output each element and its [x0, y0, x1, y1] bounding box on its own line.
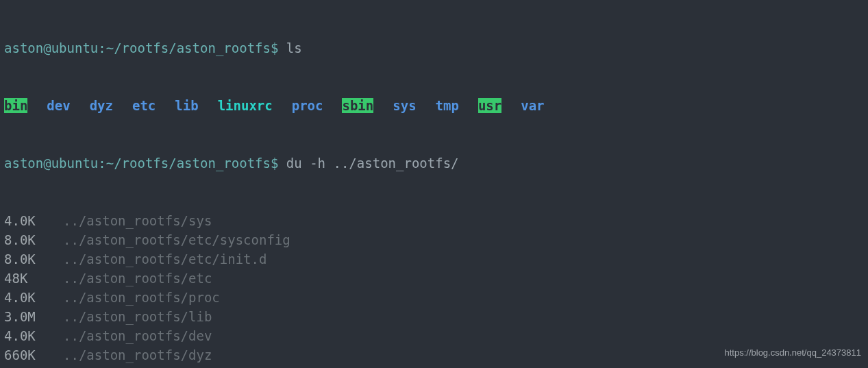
ls-entry-tmp: tmp	[436, 98, 459, 113]
du-size: 660K	[4, 345, 63, 365]
ls-output: bindevdyzetcliblinuxrcprocsbinsystmpusrv…	[4, 96, 864, 115]
du-row: 3.0M../aston_rootfs/lib	[4, 307, 864, 326]
ls-entry-var: var	[521, 98, 544, 113]
prompt-sym: $	[271, 40, 278, 56]
ls-entry-dev: dev	[47, 98, 70, 113]
du-size: 8.0K	[4, 230, 63, 249]
prompt-sym: $	[271, 156, 278, 171]
prompt-user: aston@ubuntu	[4, 40, 98, 56]
ls-entry-lib: lib	[175, 98, 198, 113]
du-size: 8.0K	[4, 249, 63, 269]
prompt-path: ~/rootfs/aston_rootfs	[106, 40, 271, 56]
du-row: 4.0K../aston_rootfs/dev	[4, 326, 864, 345]
du-size: 4.0K	[4, 365, 63, 368]
prompt-line-2: aston@ubuntu:~/rootfs/aston_rootfs$ du -…	[4, 154, 864, 173]
du-path: ../aston_rootfs/etc	[63, 271, 212, 286]
du-row: 4.0K../aston_rootfs/sbin	[4, 365, 864, 368]
prompt-line-1: aston@ubuntu:~/rootfs/aston_rootfs$ ls	[4, 38, 864, 58]
command-du: du -h ../aston_rootfs/	[286, 156, 459, 171]
prompt-sep: :	[98, 156, 106, 171]
command-ls: ls	[286, 40, 302, 56]
ls-entry-linuxrc: linuxrc	[218, 98, 273, 113]
watermark: https://blog.csdn.net/qq_24373811	[725, 343, 862, 363]
prompt-user: aston@ubuntu	[4, 156, 98, 171]
ls-entry-dyz: dyz	[90, 98, 113, 113]
du-size: 48K	[4, 269, 63, 288]
du-row: 8.0K../aston_rootfs/etc/sysconfig	[4, 230, 864, 249]
ls-entry-bin: bin	[4, 98, 27, 113]
prompt-path: ~/rootfs/aston_rootfs	[106, 156, 271, 171]
du-path: ../aston_rootfs/dyz	[63, 347, 212, 363]
du-row: 4.0K../aston_rootfs/sys	[4, 211, 864, 230]
ls-entry-sys: sys	[393, 98, 416, 113]
du-row: 8.0K../aston_rootfs/etc/init.d	[4, 249, 864, 269]
du-size: 4.0K	[4, 211, 63, 230]
du-row: 48K../aston_rootfs/etc	[4, 269, 864, 288]
du-size: 4.0K	[4, 326, 63, 345]
du-path: ../aston_rootfs/dev	[63, 328, 212, 343]
ls-entry-proc: proc	[292, 98, 323, 113]
du-path: ../aston_rootfs/sys	[63, 213, 212, 228]
ls-entry-etc: etc	[132, 98, 156, 113]
du-path: ../aston_rootfs/etc/init.d	[63, 252, 266, 267]
du-path: ../aston_rootfs/etc/sysconfig	[63, 232, 290, 247]
du-path: ../aston_rootfs/lib	[63, 309, 212, 324]
du-size: 3.0M	[4, 307, 63, 326]
prompt-sep: :	[98, 40, 106, 56]
du-row: 4.0K../aston_rootfs/proc	[4, 288, 864, 307]
terminal-window[interactable]: aston@ubuntu:~/rootfs/aston_rootfs$ ls b…	[0, 0, 868, 368]
ls-entry-sbin: sbin	[342, 98, 373, 113]
du-path: ../aston_rootfs/proc	[63, 290, 220, 305]
du-size: 4.0K	[4, 288, 63, 307]
ls-entry-usr: usr	[478, 98, 501, 113]
